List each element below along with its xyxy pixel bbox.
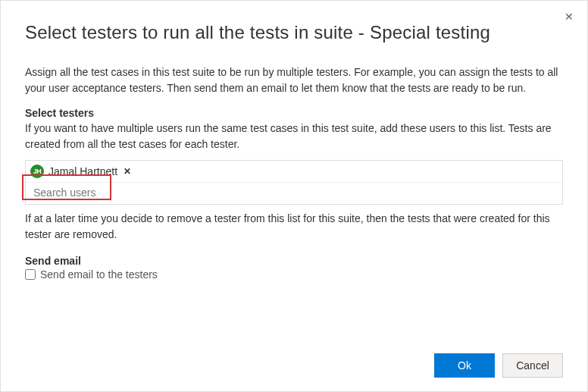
dialog: ✕ Select testers to run all the tests in… (0, 0, 588, 392)
search-users-input[interactable] (32, 186, 556, 199)
send-email-heading: Send email (25, 255, 563, 267)
remove-tester-icon[interactable]: ✕ (122, 166, 133, 177)
testers-picker[interactable]: JH Jamal Hartnett ✕ (25, 160, 563, 205)
send-email-checkbox[interactable] (25, 269, 36, 280)
ok-button[interactable]: Ok (434, 353, 495, 378)
remove-note: If at a later time you decide to remove … (25, 211, 563, 243)
tester-chip[interactable]: JH Jamal Hartnett ✕ (30, 165, 133, 178)
select-testers-heading: Select testers (25, 107, 563, 119)
selected-testers-row: JH Jamal Hartnett ✕ (26, 161, 562, 183)
search-row (26, 183, 562, 204)
select-testers-help: If you want to have multiple users run t… (25, 121, 563, 152)
dialog-footer: Ok Cancel (434, 353, 563, 378)
cancel-button[interactable]: Cancel (502, 353, 563, 378)
send-email-row[interactable]: Send email to the testers (25, 268, 563, 281)
dialog-title: Select testers to run all the tests in s… (25, 22, 563, 43)
avatar: JH (30, 165, 44, 178)
close-icon[interactable]: ✕ (561, 8, 577, 25)
send-email-label: Send email to the testers (40, 268, 158, 281)
tester-name: Jamal Hartnett (48, 165, 117, 177)
intro-text: Assign all the test cases in this test s… (25, 64, 563, 96)
